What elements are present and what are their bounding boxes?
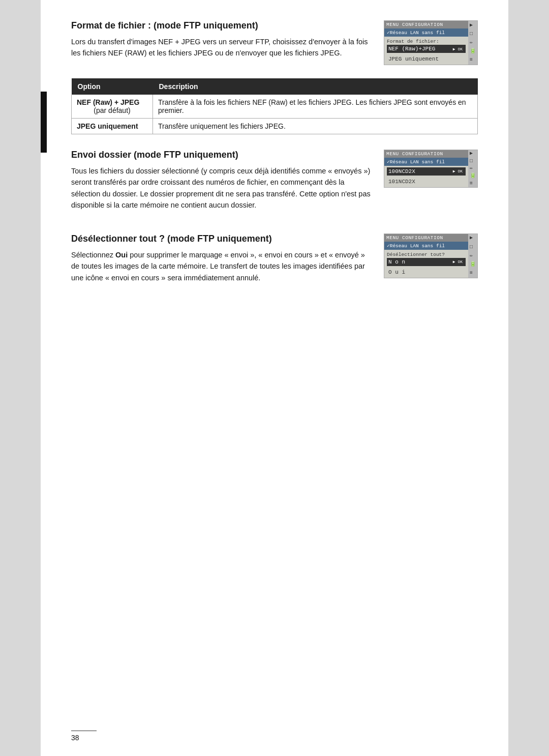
section3-body: Sélectionnez Oui pour supprimer le marqu… [71, 249, 374, 283]
section3-bold: Oui [115, 251, 128, 259]
section1-title: Format de fichier : (mode FTP uniquement… [71, 20, 374, 31]
lcd1-header: MENU CONFIGURATION [384, 21, 468, 28]
lcd2-icon1: ▶ [470, 151, 476, 156]
section2-body: Tous les fichiers du dossier sélectionné… [71, 165, 374, 211]
lcd1-row2-text: JPEG uniquement [388, 56, 439, 62]
lcd2-row2-text: 101NCD2X [388, 179, 415, 185]
lcd2-icon4: 🔋 [470, 173, 476, 179]
lcd2-ok: ▶ OK [451, 169, 464, 173]
lcd2-header: MENU CONFIGURATION [384, 150, 468, 158]
table-col2-header: Description [153, 78, 478, 95]
lcd2-row1: 100NCD2X ▶ OK [387, 167, 466, 176]
section1-body: Lors du transfert d'images NEF + JPEG ve… [71, 36, 374, 59]
section1-text: Format de fichier : (mode FTP uniquement… [71, 20, 374, 66]
table-row: JPEG uniquement Transfère uniquement les… [72, 118, 478, 134]
lcd1-row2: JPEG uniquement [387, 55, 466, 63]
lcd1-side-icons: ▶ □ ✏ 🔋 ≡ [468, 21, 477, 65]
lcd1-icon4: 🔋 [470, 49, 476, 54]
table-cell-option1: NEF (Raw) + JPEG (par défaut) [72, 95, 153, 119]
lcd1-icon1: ▶ [470, 23, 476, 28]
section2: Envoi dossier (mode FTP uniquement) Tous… [71, 150, 478, 218]
lcd3-icon3: ✏ [470, 253, 476, 258]
section3-part1: Sélectionnez [71, 251, 115, 259]
option1-sub: (par défaut) [77, 106, 147, 114]
section1: Format de fichier : (mode FTP uniquement… [71, 20, 478, 66]
lcd3-row2-text: O u i [388, 269, 405, 275]
table-row: NEF (Raw) + JPEG (par défaut) Transfère … [72, 95, 478, 119]
table-cell-desc1: Transfère à la fois les fichiers NEF (Ra… [153, 95, 478, 119]
section3-title: Désélectionner tout ? (mode FTP uniqueme… [71, 234, 374, 244]
lcd2-side-icons: ▶ □ ✏ 🔋 ≡ [468, 150, 477, 187]
lcd1-ok: ▶ OK [451, 47, 464, 51]
lcd3-icon2: □ [470, 245, 476, 250]
lcd3-icon4: 🔋 [470, 262, 476, 267]
lcd2-row2: 101NCD2X [387, 178, 466, 186]
lcd2-icon5: ≡ [470, 181, 476, 186]
lcd2: MENU CONFIGURATION ✓Réseau LAN sans fil … [384, 150, 478, 188]
section3: Désélectionner tout ? (mode FTP uniqueme… [71, 234, 478, 290]
option2-name: JPEG uniquement [77, 122, 138, 130]
lcd3: MENU CONFIGURATION ✓Réseau LAN sans fil … [384, 234, 478, 278]
page: Format de fichier : (mode FTP uniquement… [41, 0, 508, 756]
lcd3-row2: O u i [387, 268, 466, 276]
lcd3-label: Désélectionner tout? [387, 251, 466, 258]
lcd1-icon5: ≡ [470, 57, 476, 63]
page-number: 38 [71, 731, 97, 742]
lcd3-icon1: ▶ [470, 236, 476, 241]
lcd3-header: MENU CONFIGURATION [384, 234, 468, 242]
lcd1-label: Format de fichier: [387, 38, 466, 45]
lcd3-row1: N o n ▶ OK [387, 258, 466, 266]
section3-text: Désélectionner tout ? (mode FTP uniqueme… [71, 234, 374, 290]
lcd1-subheader: ✓Réseau LAN sans fil [384, 28, 468, 37]
lcd2-row1-text: 100NCD2X [388, 168, 415, 175]
section2-title: Envoi dossier (mode FTP uniquement) [71, 150, 374, 160]
section2-text: Envoi dossier (mode FTP uniquement) Tous… [71, 150, 374, 218]
lcd3-side-icons: ▶ □ ✏ 🔋 ≡ [468, 234, 477, 278]
table-cell-desc2: Transfère uniquement les fichiers JPEG. [153, 118, 478, 134]
lcd2-icon3: ✏ [470, 166, 476, 171]
lcd3-ok: ▶ OK [451, 259, 464, 264]
table-col1-header: Option [72, 78, 153, 95]
lcd1-row1: NEF (Raw)+JPEG ▶ OK [387, 45, 466, 53]
lcd1-icon3: ✏ [470, 40, 476, 45]
option-table: Option Description NEF (Raw) + JPEG (par… [71, 78, 478, 134]
lcd2-subheader: ✓Réseau LAN sans fil [384, 158, 468, 166]
lcd2-icon2: □ [470, 159, 476, 164]
option1-name: NEF (Raw) + JPEG [77, 98, 139, 106]
lcd3-subheader: ✓Réseau LAN sans fil [384, 242, 468, 250]
left-tab [41, 92, 47, 153]
table-cell-option2: JPEG uniquement [72, 118, 153, 134]
lcd3-icon5: ≡ [470, 271, 476, 276]
lcd1-icon2: □ [470, 32, 476, 37]
lcd1-row1-text: NEF (Raw)+JPEG [388, 46, 435, 52]
lcd3-row1-text: N o n [388, 259, 405, 265]
lcd1: MENU CONFIGURATION ✓Réseau LAN sans fil … [384, 20, 478, 65]
